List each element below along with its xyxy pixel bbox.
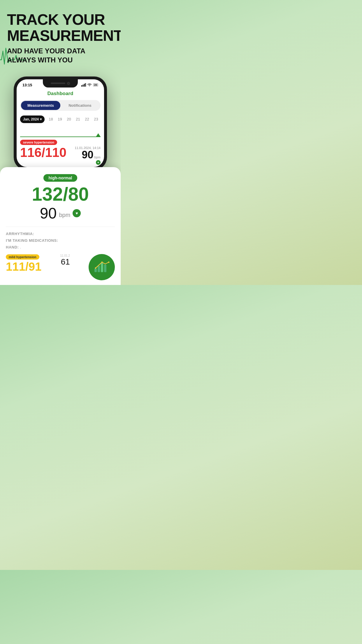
hand-label: HAND: bbox=[6, 245, 19, 249]
chart-triangle bbox=[96, 133, 101, 137]
main-measurement-card: high-normal 132/80 90 bpm ♥ ARRHYTHMIA: … bbox=[0, 167, 121, 285]
measurement-card-1: severe hypertension 116/110 11.01.2024, … bbox=[17, 137, 104, 167]
svg-point-8 bbox=[95, 267, 96, 269]
main-bp-value: 132/80 bbox=[6, 184, 115, 204]
second-card-left: mild hypertension 111/91 bbox=[6, 254, 41, 272]
svg-rect-4 bbox=[94, 269, 97, 272]
chart-icon bbox=[94, 260, 110, 274]
hero-title: TRACK YOUR MEASUREMENTS bbox=[7, 12, 114, 43]
bp-right-section: 11.01.2024, 14:14 90 bpm ♥ bbox=[75, 146, 101, 165]
status-bar: 13:15 bbox=[17, 79, 104, 88]
status-badge-green: high-normal bbox=[43, 174, 78, 182]
hero-section: TRACK YOUR MEASUREMENTS AND HAVE YOUR DA… bbox=[0, 0, 121, 71]
severity-badge-yellow: mild hypertension bbox=[6, 254, 39, 260]
hero-subtitle: AND HAVE YOUR DATA ALWAYS WITH YOU bbox=[7, 46, 114, 64]
second-card-right: 11.01.2 61 bbox=[60, 254, 70, 267]
wifi-icon bbox=[87, 83, 92, 87]
severity-badge: severe hypertension bbox=[20, 140, 57, 145]
arrhythmia-row: ARRHYTHMIA: bbox=[6, 232, 115, 236]
date-22[interactable]: 22 bbox=[85, 117, 89, 121]
battery-indicator: 26 bbox=[93, 83, 98, 87]
date-23[interactable]: 23 bbox=[94, 117, 98, 121]
signal-icon bbox=[81, 83, 86, 87]
hand-row: HAND: . bbox=[6, 245, 115, 249]
tab-bar: Measurements Notifications bbox=[20, 100, 101, 111]
medications-row: I'M TAKING MEDICATIONS: bbox=[6, 238, 115, 243]
tab-notifications[interactable]: Notifications bbox=[60, 101, 100, 110]
meta-section: ARRHYTHMIA: I'M TAKING MEDICATIONS: HAND… bbox=[6, 227, 115, 249]
medications-label: I'M TAKING MEDICATIONS: bbox=[6, 238, 58, 243]
bp-reading: 116/110 bbox=[20, 146, 66, 159]
second-bp-value: 111/91 bbox=[6, 261, 41, 272]
tab-measurements[interactable]: Measurements bbox=[21, 101, 60, 110]
main-hr-value: 90 bbox=[40, 206, 57, 221]
phone-wrapper: 13:15 bbox=[0, 76, 121, 170]
heart-icon-main: ♥ bbox=[73, 209, 81, 217]
svg-rect-0 bbox=[81, 85, 82, 87]
date-21[interactable]: 21 bbox=[76, 117, 80, 121]
measurement-row: 116/110 11.01.2024, 14:14 90 bpm ♥ bbox=[20, 146, 101, 165]
svg-rect-6 bbox=[101, 263, 103, 272]
bpm-unit: bpm bbox=[94, 155, 101, 159]
svg-rect-3 bbox=[85, 83, 86, 87]
heart-icon-small: ♥ bbox=[96, 160, 101, 165]
app-header: Dashboard bbox=[17, 88, 104, 99]
status-time: 13:15 bbox=[22, 83, 32, 87]
date-19[interactable]: 19 bbox=[58, 117, 62, 121]
svg-point-10 bbox=[108, 262, 109, 263]
svg-point-9 bbox=[101, 262, 103, 263]
second-card-wrapper: mild hypertension 111/91 11.01.2 61 bbox=[6, 254, 115, 280]
second-hr-value: 61 bbox=[60, 257, 70, 267]
svg-rect-7 bbox=[104, 265, 106, 272]
notch-camera bbox=[67, 82, 70, 85]
svg-rect-5 bbox=[98, 266, 100, 272]
phone-screen: 13:15 bbox=[17, 79, 104, 167]
date-selector[interactable]: Jan, 2024 ▾ bbox=[20, 116, 45, 123]
phone-mockup: 13:15 bbox=[14, 76, 107, 170]
svg-rect-1 bbox=[82, 85, 83, 87]
main-bpm-label: bpm bbox=[59, 212, 70, 218]
date-20[interactable]: 20 bbox=[67, 117, 71, 121]
date-row: Jan, 2024 ▾ 18 19 20 21 22 23 bbox=[17, 114, 104, 124]
chart-area bbox=[20, 125, 101, 137]
date-numbers: 18 19 20 21 22 23 bbox=[46, 117, 101, 121]
date-18[interactable]: 18 bbox=[49, 117, 53, 121]
chart-circle-icon bbox=[89, 254, 115, 280]
hand-value: . bbox=[20, 245, 21, 249]
second-timestamp: 11.01.2 bbox=[60, 254, 70, 257]
hr-value: 90 bbox=[82, 150, 94, 160]
bp-value-left: 116/110 bbox=[20, 146, 66, 159]
phone-notch bbox=[43, 79, 78, 88]
svg-rect-2 bbox=[84, 84, 85, 87]
main-hr-row: 90 bpm ♥ bbox=[6, 206, 115, 221]
arrhythmia-label: ARRHYTHMIA: bbox=[6, 232, 34, 236]
notch-speaker bbox=[51, 83, 65, 84]
status-icons: 26 bbox=[81, 83, 98, 87]
